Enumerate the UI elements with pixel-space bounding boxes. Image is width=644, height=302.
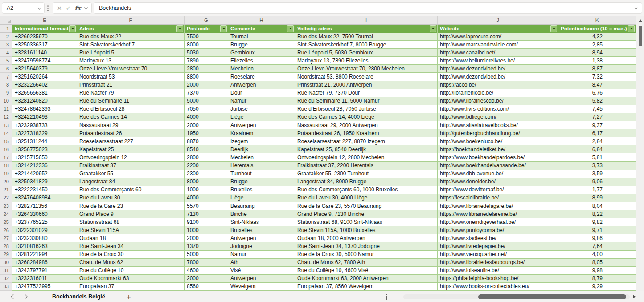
cell-adres[interactable]: Stationsstraat 68 [77,218,185,226]
cell-postcode[interactable]: 1000 [185,226,228,234]
column-letter-G[interactable]: G [185,16,228,24]
cell-postcode[interactable]: 2000 [185,275,228,283]
cell-internationaal-formaat[interactable]: +3242210493 [12,113,77,121]
cell-internationaal-formaat[interactable]: +3227318329 [12,129,77,137]
cell-volledig-adres[interactable]: Oude Koornmarkt 63, 2000 Antwerpen [295,275,438,283]
cell-gemeente[interactable]: Sint-Niklaas [228,218,295,226]
cell-volledig-adres[interactable]: Sint-Salvatorskerkhof 7, 8000 Brugge [295,41,438,49]
column-letter-J[interactable]: J [438,16,558,24]
cell-website[interactable]: http://www.oneindigeverhaal.be/ [438,218,558,226]
row-number[interactable]: 1 [0,25,12,33]
cell-website[interactable]: https://www.librairiedelareine.be/ [438,210,558,218]
cell-postcode[interactable]: 9100 [185,218,228,226]
cell-volledig-adres[interactable]: Nassaustraat 29, 2000 Antwerpen [295,121,438,129]
cell-postcode[interactable]: 7130 [185,210,228,218]
cell-website[interactable]: https://boekhandeletiket.be/ [438,145,558,153]
cell-volledig-adres[interactable]: Rue Nacfer 79, 7370 Dour [295,89,438,97]
cell-volledig-adres[interactable]: Rue des Commerçants 60, 1000 Bruxelles [295,186,438,194]
row-number[interactable]: 9 [0,89,12,97]
cell-website[interactable]: http://www.boekenluco.be/ [438,137,558,145]
row-number[interactable]: 11 [0,105,12,113]
cell-adres[interactable]: Sint-Salvatorskerkhof 7 [77,41,185,49]
cell-website[interactable]: http://www.marcvandewiele.com/ [438,41,558,49]
cell-volledig-adres[interactable]: Rue du Séminaire 11, 5000 Namur [295,97,438,105]
cell-gemeente[interactable]: Liège [228,113,295,121]
column-letter-I[interactable]: I [295,16,438,24]
cell-internationaal-formaat[interactable]: +3232330880 [12,234,77,242]
cell-internationaal-formaat[interactable]: +32479598774 [12,57,77,65]
row-number[interactable]: 28 [0,242,12,250]
cell-volledig-adres[interactable]: Graatakker 55, 2300 Turnhout [295,170,438,178]
row-number[interactable]: 14 [0,129,12,137]
add-sheet-button[interactable]: + [124,291,134,302]
row-number[interactable]: 22 [0,194,12,202]
cell-postcode[interactable]: 4000 [185,113,228,121]
row-number[interactable]: 13 [0,121,12,129]
row-number[interactable]: 26 [0,226,12,234]
sheet-tab-active[interactable]: Boekhandels België [48,291,110,302]
cell-website[interactable]: http://www.livrs-editions.com/ [438,105,558,113]
cell-internationaal-formaat[interactable]: +3281240820 [12,97,77,105]
cell-volledig-adres[interactable]: Ontvoeringsplein 12, 2800 Mechelen [295,153,438,161]
cell-internationaal-formaat[interactable]: +3282711356 [12,202,77,210]
cell-score[interactable]: 8,87 [558,65,636,73]
formula-bar[interactable]: Boekhandels [94,2,642,14]
cell-website[interactable]: http://www.livredepapier.be/ [438,242,558,250]
cell-gemeente[interactable]: Bruxelles [228,226,295,234]
filter-button[interactable] [287,25,294,32]
cell-score[interactable]: 2,85 [558,41,636,49]
cell-gemeente[interactable]: Deerlijk [228,145,295,153]
row-number[interactable]: 29 [0,251,12,259]
cell-volledig-adres[interactable]: Fraikinstraat 37, 2200 Herentals [295,162,438,170]
cell-gemeente[interactable]: Antwerpen [228,275,295,283]
cell-score[interactable]: 5,82 [558,97,636,105]
cell-internationaal-formaat[interactable]: +3269235970 [12,33,77,41]
cell-volledig-adres[interactable]: Oudaan 18, 2000 Antwerpen [295,234,438,242]
cell-score[interactable]: 9,98 [558,267,636,275]
cell-website[interactable]: https://acco.be/ [438,81,558,89]
cell-gemeente[interactable]: Mechelen [228,153,295,161]
cell-score[interactable]: 6,17 [558,129,636,137]
horizontal-scroll-thumb[interactable] [478,294,626,299]
cell-website[interactable]: http://www.librairiedelagare.be/ [438,202,558,210]
cell-volledig-adres[interactable]: Noordstraat 53, 8800 Roeselare [295,73,438,81]
cell-score[interactable]: 8,47 [558,81,636,89]
cell-volledig-adres[interactable]: Potaardestraat 26, 1950 Kraainem [295,129,438,137]
cell-adres[interactable]: Noordstraat 53 [77,73,185,81]
cell-website[interactable]: http://www.loiseaulire.be/ [438,267,558,275]
cell-website[interactable]: http://www.librairiescdd.be/ [438,97,558,105]
cell-gemeente[interactable]: Brugge [228,178,295,186]
filter-button[interactable] [430,25,436,32]
row-number[interactable]: 16 [0,145,12,153]
column-letter-E[interactable]: E [12,16,77,24]
cell-score[interactable]: 9,37 [558,121,636,129]
cell-internationaal-formaat[interactable]: +3215640379 [12,65,77,73]
insert-function-icon[interactable]: fx [74,4,81,12]
cell-website[interactable]: http://librairienicole.be/ [438,89,558,97]
cell-score[interactable]: 6,84 [558,145,636,153]
cell-volledig-adres[interactable]: Rue des Maux 22, 7500 Tournai [295,33,438,41]
cell-score[interactable]: 6,76 [558,89,636,97]
cell-gemeente[interactable]: Herentals [228,162,295,170]
cell-score[interactable]: 8,94 [558,49,636,57]
cell-score[interactable]: 4,32 [558,33,636,41]
cell-score[interactable]: 9,82 [558,218,636,226]
cell-gemeente[interactable]: Jurbise [228,105,295,113]
row-number[interactable]: 20 [0,178,12,186]
cell-gemeente[interactable]: Binche [228,210,295,218]
row-number[interactable]: 10 [0,97,12,105]
cell-internationaal-formaat[interactable]: +3215715650 [12,153,77,161]
cell-volledig-adres[interactable]: Prinsstraat 21, 2000 Antwerpen [295,81,438,89]
cell-volledig-adres[interactable]: Stationsstraat 68, 9100 Sint-Niklaas [295,218,438,226]
cell-website[interactable]: https://www.bellumierelivres.be/ [438,57,558,65]
row-number[interactable]: 18 [0,162,12,170]
cell-internationaal-formaat[interactable]: +3214212336 [12,162,77,170]
row-number[interactable]: 24 [0,210,12,218]
cell-score[interactable]: 9,29 [558,283,636,291]
cell-postcode[interactable]: 4000 [185,194,228,202]
cell-score[interactable]: 3,59 [558,170,636,178]
column-header[interactable]: Gemeente [228,25,295,33]
cell-volledig-adres[interactable]: Onze-Lieve-Vrouwestraat 70, 2800 Mechele… [295,65,438,73]
cell-internationaal-formaat[interactable]: +3250341829 [12,178,77,186]
cell-gemeente[interactable]: Izegem [228,137,295,145]
